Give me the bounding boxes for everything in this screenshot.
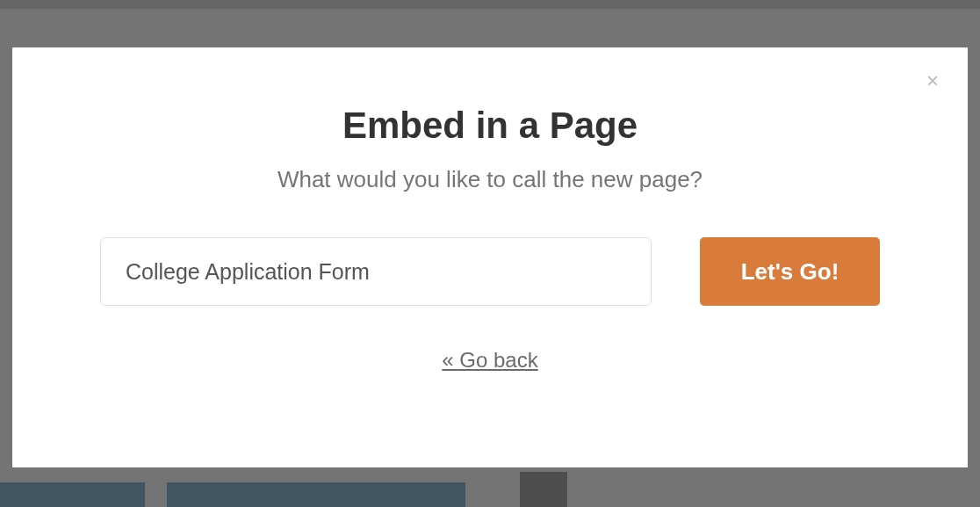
page-name-input[interactable]	[100, 237, 652, 306]
lets-go-button[interactable]: Let's Go!	[700, 237, 880, 306]
go-back-link[interactable]: « Go back	[442, 348, 537, 373]
close-icon: ×	[926, 70, 939, 91]
close-button[interactable]: ×	[924, 72, 941, 90]
modal-subtitle: What would you like to call the new page…	[100, 166, 880, 193]
modal-content: Embed in a Page What would you like to c…	[12, 47, 968, 399]
input-row: Let's Go!	[100, 237, 880, 306]
modal-title: Embed in a Page	[100, 105, 880, 147]
embed-page-modal: × Embed in a Page What would you like to…	[12, 47, 968, 467]
